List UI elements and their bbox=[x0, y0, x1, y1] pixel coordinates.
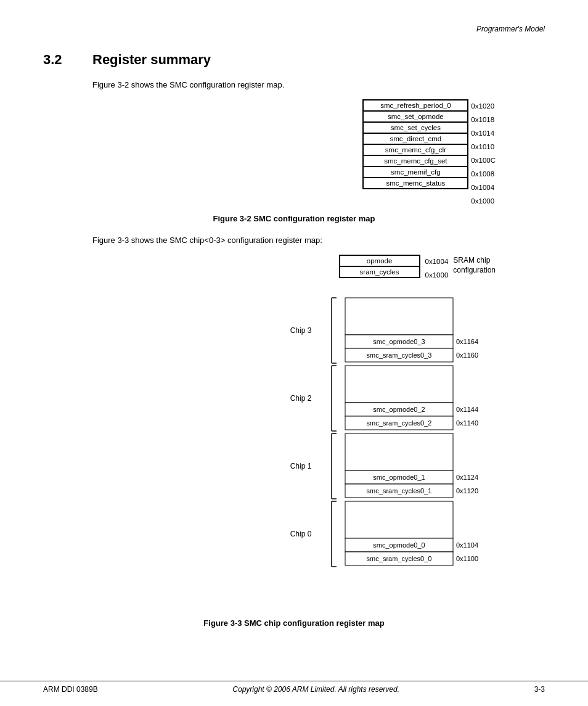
reg-cell: smc_memif_cfg bbox=[363, 166, 468, 178]
header-title: Programmer's Model bbox=[476, 25, 545, 33]
figure1-intro: Figure 3-2 shows the SMC configuration r… bbox=[92, 80, 545, 89]
svg-rect-0 bbox=[345, 298, 453, 335]
reg-cell: smc_memc_status bbox=[363, 178, 468, 189]
reg-cell: smc_memc_cfg_set bbox=[363, 155, 468, 166]
svg-text:Chip 0: Chip 0 bbox=[290, 530, 312, 538]
footer-center: Copyright © 2006 ARM Limited. All rights… bbox=[232, 685, 399, 694]
reg-cell: smc_refresh_period_0 bbox=[363, 100, 468, 111]
reg-addr: 0x1010 bbox=[468, 140, 496, 154]
page-header: Programmer's Model bbox=[43, 25, 545, 33]
chip-diagram-area: smc_opmode0_30x1164smc_sram_cycles0_30x1… bbox=[43, 292, 545, 612]
svg-text:0x1120: 0x1120 bbox=[456, 487, 478, 495]
svg-rect-22 bbox=[345, 433, 453, 470]
reg-addr: 0x1008 bbox=[468, 167, 496, 181]
sram-reg-addr: 0x1004 bbox=[423, 255, 449, 268]
reg-boxes-1: smc_refresh_period_0smc_set_opmodesmc_se… bbox=[362, 99, 468, 189]
footer: ARM DDI 0389B Copyright © 2006 ARM Limit… bbox=[0, 681, 588, 694]
reg-addr: 0x1020 bbox=[468, 99, 496, 113]
section-number: 3.2 bbox=[43, 52, 74, 68]
svg-text:smc_sram_cycles0_1: smc_sram_cycles0_1 bbox=[367, 487, 432, 495]
svg-text:smc_opmode0_2: smc_opmode0_2 bbox=[373, 406, 425, 413]
footer-right: 3-3 bbox=[534, 685, 545, 694]
svg-rect-33 bbox=[345, 501, 453, 538]
sram-chip-config: opmodesram_cycles 0x10040x1000 SRAM chip… bbox=[43, 255, 545, 285]
sram-reg-cell: opmode bbox=[340, 255, 420, 266]
svg-text:0x1100: 0x1100 bbox=[456, 555, 478, 562]
svg-text:smc_sram_cycles0_2: smc_sram_cycles0_2 bbox=[367, 419, 432, 427]
svg-text:Chip 1: Chip 1 bbox=[290, 462, 312, 470]
chip-diagram-svg: smc_opmode0_30x1164smc_sram_cycles0_30x1… bbox=[43, 292, 588, 612]
figure1-caption: Figure 3-2 SMC configuration register ma… bbox=[43, 214, 545, 223]
reg-cell: smc_direct_cmd bbox=[363, 133, 468, 144]
section-title-row: 3.2 Register summary bbox=[43, 52, 545, 68]
reg-addr: 0x1004 bbox=[468, 181, 496, 194]
svg-text:0x1160: 0x1160 bbox=[456, 351, 478, 359]
svg-rect-11 bbox=[345, 366, 453, 403]
page: Programmer's Model 3.2 Register summary … bbox=[0, 0, 588, 706]
svg-text:Chip 3: Chip 3 bbox=[290, 326, 312, 335]
reg-cell: smc_set_cycles bbox=[363, 122, 468, 133]
register-map-1: smc_refresh_period_0smc_set_opmodesmc_se… bbox=[362, 99, 496, 208]
svg-text:Chip 2: Chip 2 bbox=[290, 394, 312, 403]
figure2-intro: Figure 3-3 shows the SMC chip<0-3> confi… bbox=[92, 236, 545, 245]
svg-text:0x1164: 0x1164 bbox=[456, 338, 478, 345]
footer-left: ARM DDI 0389B bbox=[43, 685, 98, 694]
svg-text:smc_opmode0_1: smc_opmode0_1 bbox=[373, 474, 425, 481]
svg-text:smc_sram_cycles0_3: smc_sram_cycles0_3 bbox=[367, 351, 432, 359]
svg-text:0x1124: 0x1124 bbox=[456, 474, 478, 481]
reg-addr: 0x100C bbox=[468, 154, 496, 167]
sram-chip-label: SRAM chipconfiguration bbox=[448, 256, 496, 275]
reg-addr: 0x1018 bbox=[468, 113, 496, 126]
section-heading: Register summary bbox=[92, 52, 211, 68]
svg-text:0x1144: 0x1144 bbox=[456, 406, 478, 413]
sram-reg-cell: sram_cycles bbox=[340, 266, 420, 277]
svg-text:smc_sram_cycles0_0: smc_sram_cycles0_0 bbox=[367, 555, 432, 562]
figure1-area: smc_refresh_period_0smc_set_opmodesmc_se… bbox=[43, 99, 545, 208]
reg-cell: smc_set_opmode bbox=[363, 111, 468, 122]
svg-text:0x1104: 0x1104 bbox=[456, 541, 478, 549]
svg-text:0x1140: 0x1140 bbox=[456, 419, 478, 427]
sram-reg-addr: 0x1000 bbox=[423, 268, 449, 282]
figure2-caption: Figure 3-3 SMC chip configuration regist… bbox=[43, 618, 545, 628]
svg-text:smc_opmode0_3: smc_opmode0_3 bbox=[373, 338, 425, 345]
reg-cell: smc_memc_cfg_clr bbox=[363, 144, 468, 155]
sram-chip-section: opmodesram_cycles 0x10040x1000 SRAM chip… bbox=[339, 255, 496, 282]
reg-addr: 0x1014 bbox=[468, 126, 496, 140]
reg-addr: 0x1000 bbox=[468, 194, 496, 208]
svg-text:smc_opmode0_0: smc_opmode0_0 bbox=[373, 541, 425, 549]
